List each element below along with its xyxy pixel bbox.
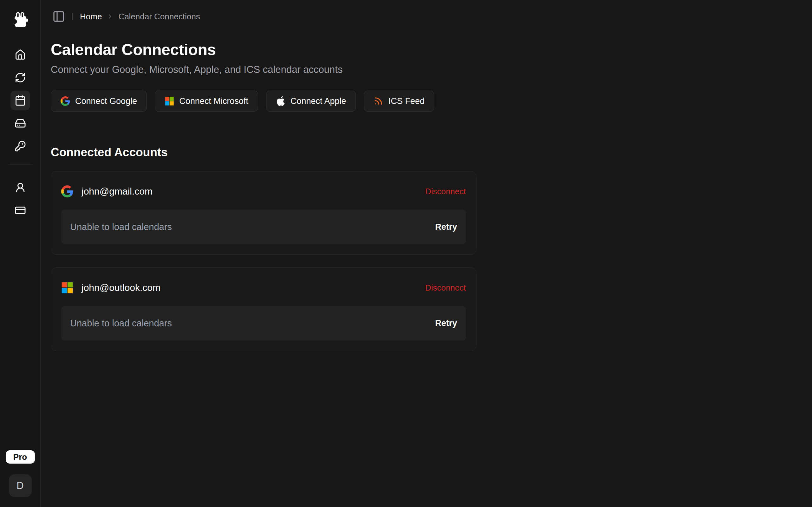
sidebar-secondary-nav [10,178,30,220]
error-message: Unable to load calendars [70,222,172,232]
pro-badge[interactable]: Pro [6,450,35,464]
connect-google-label: Connect Google [75,96,137,106]
account-header: john@gmail.com Disconnect [61,181,466,201]
panel-left-icon [52,10,65,23]
retry-button[interactable]: Retry [435,319,457,328]
account-email: john@outlook.com [82,282,160,293]
main-content: Home Calendar Connections Calendar Conne… [41,0,812,507]
ics-feed-label: ICS Feed [388,96,424,106]
sidebar-item-sync[interactable] [10,68,30,88]
connect-apple-button[interactable]: Connect Apple [266,91,356,112]
microsoft-logo-icon [61,282,73,294]
retry-button[interactable]: Retry [435,222,457,232]
rss-icon [374,96,383,106]
account-email: john@gmail.com [82,186,153,197]
user-icon [14,182,26,193]
calendar-load-error-box: Unable to load calendars Retry [61,306,466,341]
connect-google-button[interactable]: Connect Google [51,91,147,112]
page-title: Calendar Connections [51,41,812,59]
calendar-icon [14,95,26,106]
apple-logo-icon [276,96,286,106]
sidebar-primary-nav [10,45,30,156]
sidebar-item-billing[interactable] [10,201,30,220]
google-logo-icon [61,96,70,106]
ics-feed-button[interactable]: ICS Feed [364,91,434,112]
home-icon [14,49,26,60]
page-content: Calendar Connections Connect your Google… [41,33,812,351]
sidebar-item-keys[interactable] [10,136,30,156]
topbar: Home Calendar Connections [41,0,812,33]
google-logo-icon [61,185,73,198]
account-card-microsoft: john@outlook.com Disconnect Unable to lo… [51,268,476,351]
breadcrumb: Home Calendar Connections [80,12,200,21]
key-icon [14,140,26,152]
app-logo-calendar-puzzle-icon[interactable] [11,11,29,29]
sidebar: Pro D [0,0,41,507]
disconnect-button[interactable]: Disconnect [425,283,466,293]
connect-buttons-row: Connect Google Connect Microsoft [51,91,812,112]
sidebar-item-storage[interactable] [10,113,30,133]
connected-accounts-heading: Connected Accounts [51,146,812,159]
microsoft-logo-icon [165,96,174,106]
disconnect-button[interactable]: Disconnect [425,187,466,196]
chevron-right-icon [107,13,113,20]
connect-apple-label: Connect Apple [291,96,346,106]
account-header: john@outlook.com Disconnect [61,278,466,297]
sidebar-item-calendar[interactable] [10,91,30,110]
hard-drive-icon [14,118,26,129]
user-avatar[interactable]: D [9,474,32,497]
sidebar-toggle-button[interactable] [52,10,65,23]
sidebar-item-home[interactable] [10,45,30,65]
account-card-google: john@gmail.com Disconnect Unable to load… [51,171,476,255]
connect-microsoft-label: Connect Microsoft [179,96,248,106]
credit-card-icon [14,205,26,216]
page-subtitle: Connect your Google, Microsoft, Apple, a… [51,64,812,75]
calendar-load-error-box: Unable to load calendars Retry [61,210,466,244]
error-message: Unable to load calendars [70,318,172,329]
sidebar-item-account[interactable] [10,178,30,198]
breadcrumb-home-link[interactable]: Home [80,12,102,21]
breadcrumb-current: Calendar Connections [118,12,200,21]
connect-microsoft-button[interactable]: Connect Microsoft [155,91,258,112]
sync-icon [14,72,26,83]
